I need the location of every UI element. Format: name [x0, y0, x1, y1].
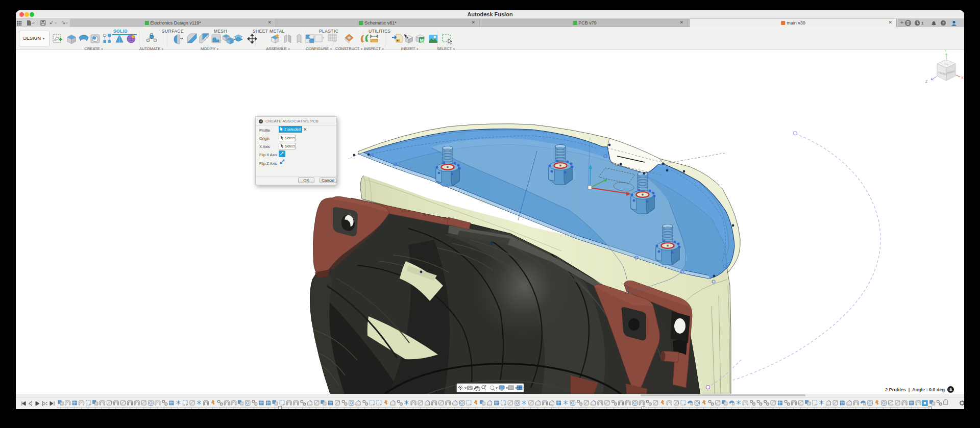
svg-text:?: ? [942, 21, 945, 26]
svg-text:X: X [961, 76, 964, 80]
svg-text:Y: Y [944, 50, 947, 52]
svg-text:M: M [420, 38, 424, 43]
svg-text:Z: Z [925, 80, 928, 83]
svg-text:1: 1 [921, 21, 924, 26]
